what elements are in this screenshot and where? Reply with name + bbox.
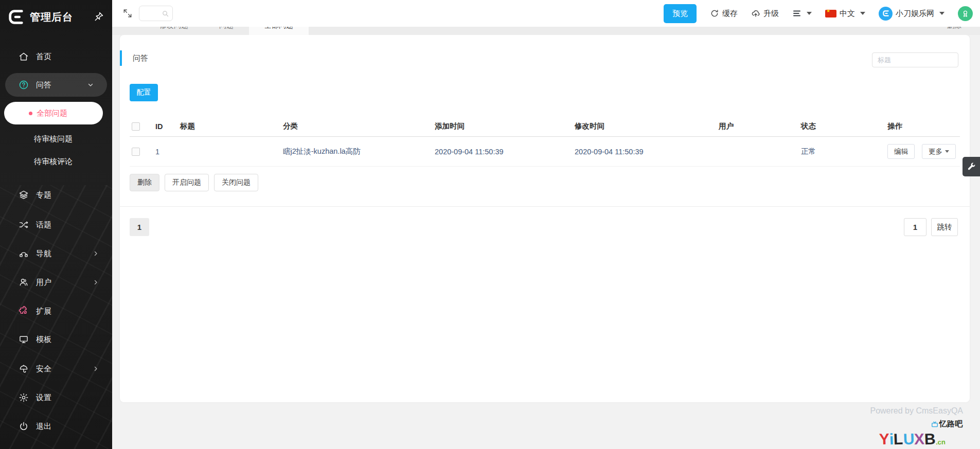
col-modified-time: 修改时间: [573, 116, 717, 137]
jump-button[interactable]: 跳转: [931, 218, 958, 236]
sidebar-item-settings[interactable]: 设置: [0, 383, 112, 412]
sidebar-item-label: 设置: [36, 393, 51, 403]
toolbar-search-input[interactable]: [142, 10, 162, 17]
wm-letter: Y: [879, 432, 889, 447]
title-search: [872, 52, 958, 67]
card-divider: [120, 206, 970, 207]
col-status: 状态: [799, 116, 885, 137]
tab-strip-right-action[interactable]: 删除: [947, 27, 961, 35]
toolbar-search[interactable]: [139, 6, 173, 21]
chevron-right-icon: [93, 366, 99, 372]
shuffle-icon: [19, 220, 29, 230]
col-title: 标题: [178, 116, 281, 137]
wm-letter: B: [924, 432, 936, 447]
sidebar-item-users[interactable]: 用户: [0, 268, 112, 297]
sidebar-item-extensions[interactable]: 扩展: [0, 297, 112, 326]
select-all-checkbox[interactable]: [132, 122, 140, 131]
chevron-down-icon: [87, 82, 94, 88]
cloud-up-icon: [751, 9, 760, 18]
open-question-button[interactable]: 开启问题: [165, 174, 209, 191]
sidebar-subitem-all-questions[interactable]: 全部问题: [4, 102, 103, 124]
upgrade-button[interactable]: 升级: [751, 9, 779, 19]
sidebar-subitem-label: 全部问题: [37, 109, 67, 118]
menu-list-dropdown[interactable]: [792, 9, 812, 18]
sidebar-subitem-pending-comments[interactable]: 待审核评论: [0, 150, 112, 173]
tab-edit-question[interactable]: 修改问题: [144, 27, 204, 35]
sidebar-item-topics[interactable]: 专题: [0, 181, 112, 209]
site-label: 小刀娱乐网: [896, 9, 934, 19]
title-accent-bar: [120, 50, 122, 66]
cell-modified-time: 2020-09-04 11:50:39: [573, 137, 717, 167]
content-card: 问答 配置 ID 标题 分类 添加时间 修改时间 用户: [120, 35, 970, 402]
sidebar-item-logout[interactable]: 退出: [0, 412, 112, 441]
caret-down-icon: [945, 150, 949, 153]
sidebar-subitem-pending-questions[interactable]: 待审核问题: [0, 128, 112, 150]
site-dropdown[interactable]: 小刀娱乐网: [879, 7, 945, 21]
tab-all-questions[interactable]: 全部问题: [249, 27, 309, 35]
sidebar-item-label: 用户: [36, 278, 51, 288]
watermark-badge-text: 忆路吧: [939, 419, 963, 429]
toolbar-right: 预览 缓存 升级 中文: [664, 0, 973, 27]
sidebar-item-navigation[interactable]: 导航: [0, 239, 112, 268]
vector-path-icon: [19, 248, 29, 259]
cell-id: 1: [153, 137, 178, 167]
language-dropdown[interactable]: 中文: [825, 9, 865, 19]
sidebar-header: 管理后台: [0, 0, 112, 34]
sidebar-item-label: 退出: [36, 422, 51, 432]
sidebar-item-label: 问答: [36, 80, 51, 90]
sidebar-subitem-label: 待审核问题: [34, 134, 73, 144]
cache-button[interactable]: 缓存: [710, 9, 738, 19]
refresh-icon: [710, 9, 719, 18]
search-icon: [162, 10, 169, 17]
page-number-1[interactable]: 1: [130, 218, 149, 236]
sidebar-menu: 首页 问答 全部问题 待审核问题 待审核评论: [0, 34, 112, 449]
sidebar-item-home[interactable]: 首页: [0, 42, 112, 71]
edit-button[interactable]: 编辑: [887, 144, 915, 159]
cell-title: [178, 137, 281, 167]
site-logo-icon: [879, 7, 893, 21]
sidebar-item-security[interactable]: 安全: [0, 354, 112, 383]
more-button[interactable]: 更多: [922, 144, 956, 159]
sidebar-item-label: 安全: [36, 364, 51, 374]
title-search-input[interactable]: [872, 56, 968, 64]
upgrade-label: 升级: [763, 9, 779, 19]
chevron-right-icon: [93, 250, 99, 257]
license-badge-icon[interactable]: [958, 6, 973, 21]
power-icon: [19, 421, 29, 432]
sidebar: 管理后台 首页 问答: [0, 0, 112, 449]
close-question-button[interactable]: 关闭问题: [214, 174, 258, 191]
row-checkbox[interactable]: [132, 148, 140, 156]
cell-category[interactable]: 瞎j2扯淡-kuzhan.la高防: [281, 137, 433, 167]
sidebar-item-templates[interactable]: 模板: [0, 325, 112, 354]
wm-letter: L: [894, 432, 903, 447]
bulk-actions: 删除 开启问题 关闭问题: [130, 174, 258, 191]
watermark-badge: 忆路吧: [931, 419, 963, 429]
preview-button[interactable]: 预览: [664, 4, 697, 23]
delete-button[interactable]: 删除: [130, 174, 159, 191]
language-label: 中文: [840, 9, 855, 19]
sidebar-item-threads[interactable]: 话题: [0, 210, 112, 239]
sidebar-item-label: 模板: [36, 335, 51, 345]
more-label: 更多: [929, 148, 942, 155]
caret-down-icon: [807, 12, 812, 15]
wm-letter: U: [903, 432, 915, 447]
fullscreen-icon[interactable]: [122, 8, 133, 19]
tools-fab-button[interactable]: [963, 157, 980, 176]
sidebar-item-qa[interactable]: 问答: [5, 73, 107, 97]
jump-page-input[interactable]: [904, 218, 926, 236]
brand-title: 管理后台: [30, 10, 73, 24]
top-toolbar: 预览 缓存 升级 中文: [112, 0, 980, 27]
caret-down-icon: [939, 12, 945, 15]
sidebar-item-label: 话题: [36, 220, 51, 230]
sidebar-item-label: 扩展: [36, 307, 51, 316]
layers-icon: [19, 190, 29, 200]
watermark-logo-text: YiLUXB.cn: [879, 432, 946, 447]
question-icon: [19, 80, 29, 90]
config-button[interactable]: 配置: [130, 84, 158, 101]
umbrella-icon: [19, 364, 29, 374]
active-bullet: [29, 112, 32, 115]
tab-question[interactable]: 问题: [204, 27, 249, 35]
cache-label: 缓存: [722, 9, 738, 19]
pin-icon[interactable]: [94, 11, 104, 22]
cn-flag-icon: [825, 10, 836, 17]
